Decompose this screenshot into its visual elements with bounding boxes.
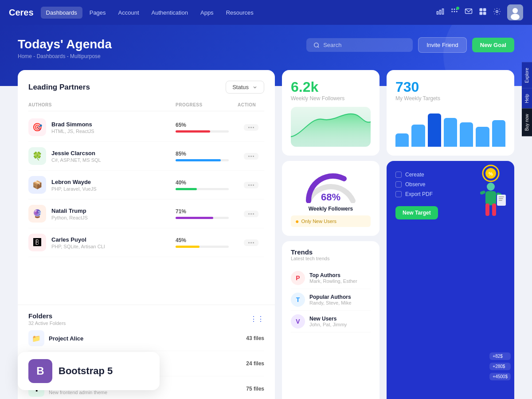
action-dots[interactable] [238, 211, 264, 217]
targets-bar-chart [395, 107, 505, 147]
trend-authors: John, Pat, Jimmy [309, 322, 347, 327]
search-box[interactable]: Search [306, 38, 413, 52]
new-target-button[interactable]: New Target [395, 206, 438, 219]
partner-skills: C#, ASP.NET, MS SQL [51, 157, 101, 163]
table-row: 🅱 Carles Puyol PHP, SQLite, Artisan CLI … [28, 228, 264, 257]
targets-card: 730 My Weekly Targets [387, 70, 514, 156]
promo-checkbox [395, 172, 402, 178]
gauge-card: 68% Weekly Followers ● Only New Users [282, 161, 379, 236]
nav-link-dashboards[interactable]: Dashboards [41, 7, 82, 19]
svg-rect-24 [485, 191, 496, 205]
chart-bar [492, 120, 505, 147]
progress-bar-bg [176, 246, 229, 248]
action-dots[interactable] [238, 124, 264, 131]
nav-icons [436, 4, 523, 20]
trends-list: P Top Authors Mark, Rowling, Esther T Po… [291, 267, 371, 332]
chart-bar [444, 118, 457, 147]
svg-text:%: % [489, 171, 493, 176]
nav-link-resources[interactable]: Resources [221, 7, 259, 19]
promo-checkbox [395, 191, 402, 197]
partner-avatar: 🔮 [28, 205, 46, 223]
folders-subtitle: 32 Active Folders [28, 321, 66, 326]
progress-area: 65% [176, 122, 238, 133]
nav-link-account[interactable]: Account [113, 7, 145, 19]
gauge-percent: 68% [321, 192, 340, 203]
settings-icon[interactable] [493, 8, 501, 17]
trend-name: New Users [309, 316, 347, 322]
nav-link-apps[interactable]: Apps [195, 7, 219, 19]
partner-avatar: 🅱 [28, 234, 46, 251]
progress-area: 71% [176, 208, 238, 219]
progress-bar-bg [176, 159, 229, 161]
svg-point-23 [487, 183, 495, 191]
folder-files: 75 files [246, 386, 264, 392]
partner-avatar: 📦 [28, 176, 46, 194]
progress-bar-fill [176, 159, 221, 161]
new-goal-button[interactable]: New Goal [472, 38, 514, 52]
promo-values: +82$ +280$ +4500$ [489, 352, 511, 380]
progress-bar-fill [176, 188, 197, 190]
progress-bar-fill [176, 217, 213, 219]
gauge-chart: 68% [302, 170, 360, 203]
targets-label: My Weekly Targets [395, 95, 505, 102]
buy-now-tab[interactable]: Buy now [522, 108, 532, 136]
folders-menu-icon[interactable]: ⋮⋮ [250, 315, 264, 323]
more-options-icon[interactable] [244, 239, 258, 246]
more-options-icon[interactable] [244, 153, 258, 160]
followers-card: 6.2k Weekly New Followers [282, 70, 379, 156]
progress-area: 85% [176, 151, 238, 161]
right-panel: 730 My Weekly Targets CereateObserveExpo… [387, 70, 514, 399]
bootstrap-logo: B [28, 359, 52, 383]
progress-area: 40% [176, 180, 238, 190]
leading-partners-section: Leading Partners Status AUTHORS PROGRESS… [18, 70, 275, 305]
svg-rect-32 [499, 200, 502, 201]
svg-point-17 [511, 14, 520, 20]
help-tab[interactable]: Help [522, 88, 532, 109]
chart-bar [428, 113, 441, 147]
action-dots[interactable] [238, 239, 264, 246]
svg-point-3 [451, 8, 453, 10]
action-dots[interactable] [238, 182, 264, 188]
folders-title: Folders [28, 312, 66, 320]
progress-area: 45% [176, 237, 238, 248]
svg-rect-13 [483, 12, 486, 15]
explore-tab[interactable]: Explore [522, 62, 532, 88]
progress-bar-bg [176, 217, 229, 219]
svg-rect-27 [480, 190, 486, 195]
promo-illustration: % [472, 164, 510, 224]
nav-link-pages[interactable]: Pages [84, 7, 111, 19]
more-options-icon[interactable] [244, 211, 258, 217]
nav-link-authentication[interactable]: Authentication [146, 7, 193, 19]
apps-icon[interactable] [479, 8, 487, 17]
grid-icon[interactable] [450, 8, 458, 17]
progress-percent: 71% [176, 208, 238, 215]
bootstrap-badge: B Bootstrap 5 [18, 352, 160, 390]
table-row: 🔮 Natali Trump Python, ReactJS 71% [28, 200, 264, 228]
progress-bar-bg [176, 130, 229, 133]
folders-header: Folders 32 Active Folders ⋮⋮ [28, 312, 264, 326]
svg-point-16 [512, 8, 518, 13]
svg-line-19 [318, 46, 319, 47]
analytics-icon[interactable] [436, 8, 444, 17]
message-icon[interactable] [465, 8, 473, 17]
more-options-icon[interactable] [244, 124, 258, 131]
svg-rect-12 [480, 12, 483, 15]
navbar: Ceres DashboardsPagesAccountAuthenticati… [0, 0, 532, 25]
folder-files: 24 files [246, 360, 264, 367]
trend-name: Popular Authors [309, 294, 352, 300]
user-avatar[interactable] [507, 4, 523, 20]
action-dots[interactable] [238, 153, 264, 160]
chevron-down-icon [252, 85, 258, 90]
table-row: 📦 Lebron Wayde PHP, Laravel, VueJS 40% [28, 171, 264, 200]
hero-actions: Search Invite Friend New Goal [306, 37, 514, 53]
progress-percent: 85% [176, 151, 238, 157]
list-item: 📁 Project Alice 43 files [28, 326, 264, 351]
progress-percent: 65% [176, 122, 238, 128]
partner-info: 🅱 Carles Puyol PHP, SQLite, Artisan CLI [28, 234, 176, 251]
progress-percent: 40% [176, 180, 238, 186]
list-item: P Top Authors Mark, Rowling, Esther [291, 267, 371, 289]
folder-desc: New frontend admin theme [49, 390, 107, 395]
status-dropdown[interactable]: Status [226, 81, 264, 94]
invite-friend-button[interactable]: Invite Friend [418, 37, 467, 53]
more-options-icon[interactable] [244, 182, 258, 188]
